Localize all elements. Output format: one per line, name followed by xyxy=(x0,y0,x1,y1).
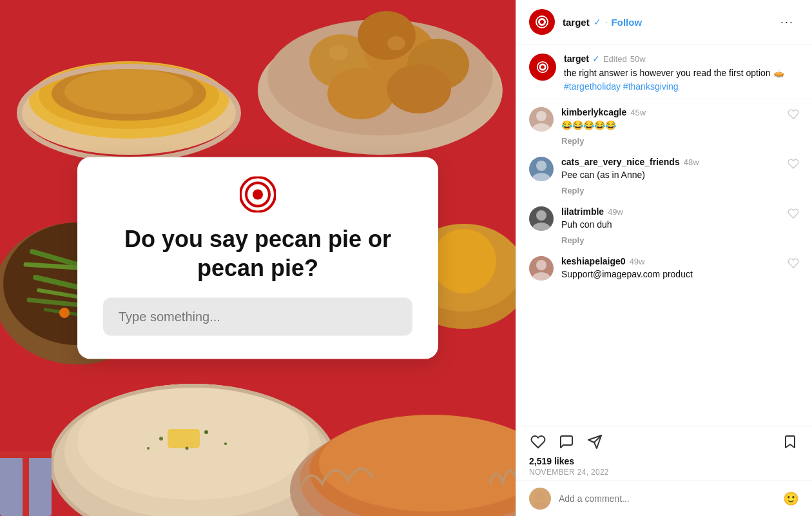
follow-button[interactable]: Follow xyxy=(612,17,643,28)
target-logo-card xyxy=(240,177,276,213)
comment-item: kimberlykcagle 45w 😂😂😂😂😂 Reply xyxy=(516,99,812,149)
right-panel: target ✓ · Follow ··· target ✓ Edited xyxy=(516,0,812,516)
emoji-button[interactable]: 🙂 xyxy=(783,491,799,506)
comment-body: cats_are_very_nice_friends 48w Pee can (… xyxy=(561,157,799,196)
header-username-row: target ✓ · Follow xyxy=(563,17,775,28)
add-comment-avatar xyxy=(529,488,551,510)
bookmark-button[interactable] xyxy=(781,433,799,451)
svg-point-62 xyxy=(532,223,550,231)
comment-avatar xyxy=(529,256,554,281)
verified-icon-header: ✓ xyxy=(594,17,601,27)
post-edited: Edited xyxy=(603,54,627,64)
svg-point-64 xyxy=(532,272,550,281)
comment-username: cats_are_very_nice_friends xyxy=(561,157,680,167)
svg-point-56 xyxy=(541,65,545,69)
add-comment-row: 🙂 xyxy=(516,481,812,516)
post-content: target ✓ Edited 50w the right answer is … xyxy=(516,45,812,426)
post-date: NOVEMBER 24, 2022 xyxy=(529,468,799,477)
verified-icon-post: ✓ xyxy=(592,54,600,64)
comment-body: kimberlykcagle 45w 😂😂😂😂😂 Reply xyxy=(561,107,799,146)
comment-text: 😂😂😂😂😂 xyxy=(561,119,799,132)
comment-username: kimberlykcagle xyxy=(561,107,626,117)
comment-item: keshiapelaige0 49w Support@imagepav.com … xyxy=(516,248,812,286)
comment-text: Support@imagepav.com product xyxy=(561,268,799,281)
add-comment-input[interactable] xyxy=(559,493,775,504)
comment-item: lilatrimble 49w Puh con duh Reply xyxy=(516,199,812,248)
comment-body: lilatrimble 49w Puh con duh Reply xyxy=(561,206,799,246)
comment-like-button[interactable] xyxy=(788,158,799,173)
comment-like-button[interactable] xyxy=(788,108,799,123)
comment-text: Pee can (as in Anne) xyxy=(561,168,799,182)
comment-username: keshiapelaige0 xyxy=(561,256,626,266)
svg-point-63 xyxy=(536,260,546,270)
comment-text: Puh con duh xyxy=(561,218,799,232)
svg-point-58 xyxy=(532,123,550,132)
hashtag1[interactable]: #targetholiday xyxy=(564,81,621,92)
header-avatar xyxy=(529,9,555,35)
post-body: target ✓ Edited 50w the right answer is … xyxy=(564,54,799,94)
comment-like-button[interactable] xyxy=(788,208,799,223)
post-text: the right answer is however you read the… xyxy=(564,66,799,94)
comments-list: kimberlykcagle 45w 😂😂😂😂😂 Reply cats_are_… xyxy=(516,99,812,286)
actions-bar: 2,519 likes NOVEMBER 24, 2022 xyxy=(516,426,812,481)
svg-point-68 xyxy=(532,502,548,510)
comment-time: 45w xyxy=(630,108,646,117)
comment-meta: cats_are_very_nice_friends 48w xyxy=(561,157,799,167)
card-question-text: Do you say pecan pie or pecan pie? xyxy=(103,224,412,283)
reply-button[interactable]: Reply xyxy=(561,136,584,146)
comment-meta: lilatrimble 49w xyxy=(561,206,799,217)
post-avatar xyxy=(529,54,556,81)
header-username: target xyxy=(563,17,590,28)
comment-item: cats_are_very_nice_friends 48w Pee can (… xyxy=(516,149,812,199)
comment-meta: keshiapelaige0 49w xyxy=(561,256,799,266)
svg-point-60 xyxy=(532,173,550,181)
svg-point-61 xyxy=(536,210,546,221)
comment-body: keshiapelaige0 49w Support@imagepav.com … xyxy=(561,256,799,284)
question-card: Do you say pecan pie or pecan pie? xyxy=(77,157,438,359)
share-button[interactable] xyxy=(586,433,604,451)
action-icons-row xyxy=(529,433,799,451)
comment-time: 48w xyxy=(684,157,699,167)
reply-button[interactable]: Reply xyxy=(561,186,584,195)
target-logo-header xyxy=(534,14,550,30)
svg-point-50 xyxy=(253,190,263,200)
card-input[interactable] xyxy=(103,298,412,336)
post-header: target ✓ · Follow ··· xyxy=(516,0,812,45)
comment-username: lilatrimble xyxy=(561,206,604,217)
likes-count: 2,519 likes xyxy=(529,456,799,466)
dot-separator: · xyxy=(605,17,608,27)
comment-meta: kimberlykcagle 45w xyxy=(561,107,799,117)
svg-point-67 xyxy=(536,491,545,501)
comment-avatar xyxy=(529,107,554,132)
like-button[interactable] xyxy=(529,433,547,451)
main-post: target ✓ Edited 50w the right answer is … xyxy=(516,45,812,99)
post-time: 50w xyxy=(630,54,646,64)
post-image: Do you say pecan pie or pecan pie? xyxy=(0,0,516,516)
svg-point-57 xyxy=(536,111,546,121)
comment-like-button[interactable] xyxy=(788,257,799,272)
post-username: target xyxy=(564,54,589,64)
comment-time: 49w xyxy=(630,257,645,266)
svg-point-59 xyxy=(536,161,546,171)
comment-avatar xyxy=(529,206,554,231)
comment-time: 49w xyxy=(608,207,623,217)
hashtag2[interactable]: #thanksgiving xyxy=(623,81,679,92)
svg-point-53 xyxy=(540,20,544,24)
comment-avatar xyxy=(529,157,554,181)
more-options-button[interactable]: ··· xyxy=(775,13,799,32)
reply-button[interactable]: Reply xyxy=(561,235,584,245)
post-meta: target ✓ Edited 50w xyxy=(564,54,799,64)
comment-button[interactable] xyxy=(557,433,575,451)
